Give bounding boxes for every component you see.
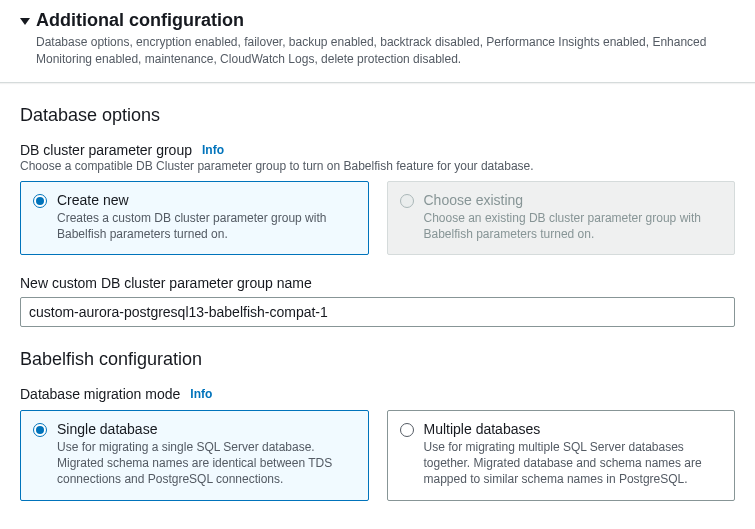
section-title: Additional configuration (36, 10, 244, 31)
babelfish-heading: Babelfish configuration (20, 349, 735, 370)
radio-choose-existing-title: Choose existing (424, 192, 723, 208)
expandable-header[interactable]: Additional configuration Database option… (0, 0, 755, 83)
radio-create-new[interactable]: Create new Creates a custom DB cluster p… (20, 181, 369, 255)
content-area: Database options DB cluster parameter gr… (0, 83, 755, 529)
radio-single-database[interactable]: Single database Use for migrating a sing… (20, 410, 369, 501)
radio-single-title: Single database (57, 421, 356, 437)
migration-mode-label: Database migration mode (20, 386, 180, 402)
radio-icon (400, 194, 414, 208)
radio-multiple-desc: Use for migrating multiple SQL Server da… (424, 439, 723, 488)
radio-multiple-title: Multiple databases (424, 421, 723, 437)
param-group-label: DB cluster parameter group (20, 142, 192, 158)
radio-create-new-desc: Creates a custom DB cluster parameter gr… (57, 210, 356, 242)
section-description: Database options, encryption enabled, fa… (20, 34, 735, 68)
radio-multiple-databases[interactable]: Multiple databases Use for migrating mul… (387, 410, 736, 501)
radio-icon (33, 194, 47, 208)
radio-icon (33, 423, 47, 437)
radio-create-new-title: Create new (57, 192, 356, 208)
migration-mode-info-link[interactable]: Info (190, 387, 212, 401)
radio-choose-existing: Choose existing Choose an existing DB cl… (387, 181, 736, 255)
param-group-radio-group: Create new Creates a custom DB cluster p… (20, 181, 735, 255)
caret-down-icon (20, 18, 30, 25)
radio-single-desc: Use for migrating a single SQL Server da… (57, 439, 356, 488)
param-group-hint: Choose a compatible DB Cluster parameter… (20, 159, 735, 173)
db-options-heading: Database options (20, 105, 735, 126)
param-group-info-link[interactable]: Info (202, 143, 224, 157)
custom-name-label: New custom DB cluster parameter group na… (20, 275, 735, 291)
migration-mode-radio-group: Single database Use for migrating a sing… (20, 410, 735, 501)
custom-name-input[interactable] (20, 297, 735, 327)
radio-choose-existing-desc: Choose an existing DB cluster parameter … (424, 210, 723, 242)
radio-icon (400, 423, 414, 437)
